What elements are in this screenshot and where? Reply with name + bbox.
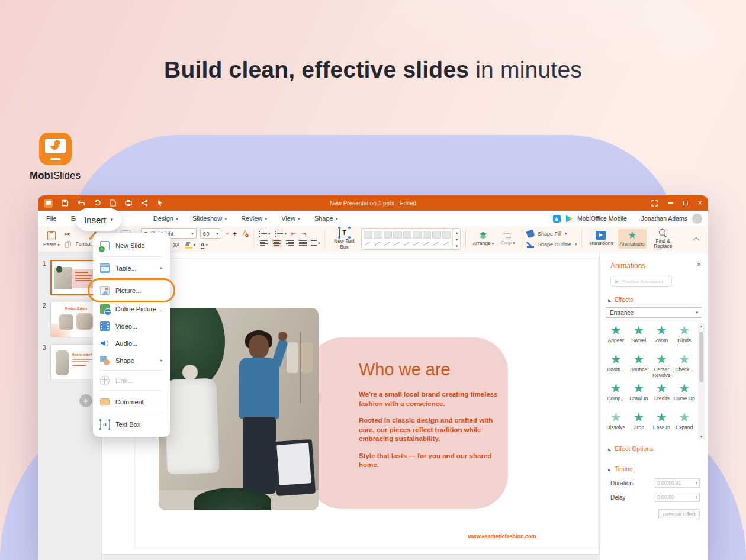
decrease-indent-button[interactable]: ⇤: [291, 231, 296, 237]
transitions-button[interactable]: Transitions: [587, 230, 615, 247]
menu-item-audio[interactable]: Audio...: [93, 334, 170, 352]
align-right-button[interactable]: [285, 239, 295, 247]
arrange-button[interactable]: Arrange ▾: [471, 230, 496, 247]
justify-button[interactable]: [298, 239, 308, 247]
font-size-select[interactable]: 60▾: [200, 228, 221, 239]
menu-shape[interactable]: Shape▾: [314, 215, 338, 222]
spin-down-icon[interactable]: ▾: [696, 483, 697, 485]
effect-boomerang[interactable]: ★Boom...: [604, 352, 628, 381]
gallery-down-icon[interactable]: ▾: [456, 237, 458, 242]
menu-item-text-box[interactable]: a Text Box: [93, 414, 170, 434]
paste-button[interactable]: Paste ▾: [41, 229, 62, 249]
slide-thumbnail-3[interactable]: How to order?: [50, 344, 99, 379]
cut-button[interactable]: ✂: [65, 230, 71, 239]
effect-appear[interactable]: ★Appear: [604, 323, 628, 352]
animations-button[interactable]: ★ Animations: [618, 229, 647, 248]
google-play-icon[interactable]: [565, 215, 573, 223]
increase-font-button[interactable]: +: [233, 230, 237, 237]
highlight-color-button[interactable]: ▾: [185, 242, 196, 249]
copy-button[interactable]: [65, 241, 71, 248]
menu-item-video[interactable]: Video...: [93, 317, 170, 334]
effect-expand[interactable]: ★Expand: [673, 410, 696, 439]
menu-insert[interactable]: Insert ▾: [76, 208, 121, 231]
remove-effect-button[interactable]: Remove Effect: [658, 509, 700, 519]
effect-bounce[interactable]: ★Bounce: [628, 352, 651, 381]
effect-checkerboard[interactable]: ★Check...: [673, 352, 696, 381]
scroll-down-icon[interactable]: ▾: [700, 435, 702, 439]
effects-section-header[interactable]: ◢ Effects: [608, 296, 634, 303]
increase-indent-button[interactable]: ⇥: [301, 231, 306, 237]
menu-review[interactable]: Review▾: [241, 215, 267, 222]
app-store-icon[interactable]: [553, 215, 561, 223]
menu-slideshow[interactable]: Slideshow▾: [192, 215, 227, 222]
slide-thumbnail-1[interactable]: [50, 260, 99, 295]
effect-blinds[interactable]: ★Blinds: [673, 323, 696, 352]
bullet-list-button[interactable]: ▾: [259, 231, 271, 237]
duration-input[interactable]: 0:00:00.01 ▴▾: [654, 478, 700, 488]
effect-credits[interactable]: ★Credits: [650, 381, 673, 410]
align-center-button[interactable]: [272, 239, 282, 247]
menu-item-comment[interactable]: Comment: [93, 392, 170, 411]
avatar[interactable]: [692, 214, 702, 224]
clear-formatting-icon[interactable]: [240, 230, 249, 237]
chevron-down-icon: ▾: [205, 243, 208, 247]
menu-view[interactable]: View▾: [281, 215, 300, 222]
effect-drop[interactable]: ★Drop: [628, 410, 651, 439]
slide-thumbnail-2[interactable]: Product Gallery: [50, 302, 99, 337]
font-color-button[interactable]: a▾: [201, 241, 208, 249]
timing-section-header[interactable]: ◢ Timing: [608, 465, 633, 472]
play-icon: ▶: [615, 279, 619, 284]
slide-page[interactable]: Who we are We're a small local brand cre…: [135, 259, 598, 548]
scroll-up-icon[interactable]: ▴: [700, 324, 702, 328]
title-bar: New Presentation 1.pptx - Edited ×: [38, 195, 708, 211]
superscript-button[interactable]: X²: [173, 242, 179, 249]
suite-label[interactable]: MobiOffice Mobile: [577, 215, 627, 222]
effect-swivel[interactable]: ★Swivel: [628, 323, 651, 352]
minimize-icon[interactable]: [668, 202, 673, 204]
shape-outline-button[interactable]: Shape Outline▾: [527, 241, 577, 248]
effect-ease-in[interactable]: ★Ease In: [650, 410, 673, 439]
menu-file[interactable]: File: [46, 215, 57, 222]
effect-crawl-in[interactable]: ★Crawl In: [628, 381, 651, 410]
effect-dissolve[interactable]: ★Dissolve: [604, 410, 628, 439]
effect-category-select[interactable]: Entrance ▾: [606, 307, 702, 318]
close-icon[interactable]: ×: [698, 199, 702, 207]
align-left-button[interactable]: [259, 239, 269, 247]
menu-item-new-slide[interactable]: New Slide: [93, 236, 170, 255]
align-right-icon: [286, 240, 294, 246]
effect-curve-up[interactable]: ★Curve Up: [673, 381, 696, 410]
effect-zoom[interactable]: ★Zoom: [650, 323, 673, 352]
menu-design[interactable]: Design▾: [153, 215, 178, 222]
menu-item-table[interactable]: Table... ▸: [93, 258, 170, 278]
slide-website: www.aestheticfashion.com: [431, 533, 573, 539]
scrollbar-thumb[interactable]: [699, 332, 703, 382]
account-area: MobiOffice Mobile Jonathan Adams: [553, 211, 702, 226]
add-slide-button[interactable]: +: [79, 394, 92, 407]
menu-item-online-picture[interactable]: Online Picture...: [93, 300, 170, 317]
spin-down-icon[interactable]: ▾: [696, 497, 697, 499]
menu-item-shape[interactable]: Shape ▸: [93, 352, 170, 369]
close-panel-icon[interactable]: ×: [697, 260, 701, 269]
menu-item-picture[interactable]: Picture...: [93, 281, 170, 300]
user-name[interactable]: Jonathan Adams: [641, 215, 687, 222]
collapse-ribbon-icon[interactable]: [693, 237, 699, 243]
shape-gallery[interactable]: ▴ ▾ ▼: [361, 228, 461, 250]
shape-fill-button[interactable]: Shape Fill▾: [527, 230, 577, 237]
line-spacing-button[interactable]: ▾: [311, 240, 320, 246]
gallery-up-icon[interactable]: ▴: [456, 230, 458, 234]
decrease-font-button[interactable]: −: [225, 230, 229, 237]
effect-center-revolve[interactable]: ★Center Revolve: [650, 352, 673, 381]
numbered-list-button[interactable]: ▾: [275, 231, 287, 237]
gallery-scroll[interactable]: ▴ ▾ ▼: [452, 229, 460, 249]
submenu-arrow-icon: ▸: [160, 265, 163, 271]
crop-button[interactable]: Crop ▾: [499, 230, 517, 247]
effect-options-section-header[interactable]: ◢ Effect Options: [608, 445, 653, 452]
delay-input[interactable]: 0:00.00 ▴▾: [654, 493, 700, 502]
find-replace-button[interactable]: Find & Replace: [649, 227, 677, 251]
preview-animations-button[interactable]: ▶ Preview Animations: [610, 276, 672, 287]
expand-icon[interactable]: [651, 200, 658, 207]
effect-compress[interactable]: ★Comp...: [604, 381, 628, 410]
new-text-box-button[interactable]: T New Text Box: [330, 227, 358, 251]
maximize-icon[interactable]: [683, 201, 688, 205]
gallery-more-icon[interactable]: ▼: [455, 244, 458, 248]
